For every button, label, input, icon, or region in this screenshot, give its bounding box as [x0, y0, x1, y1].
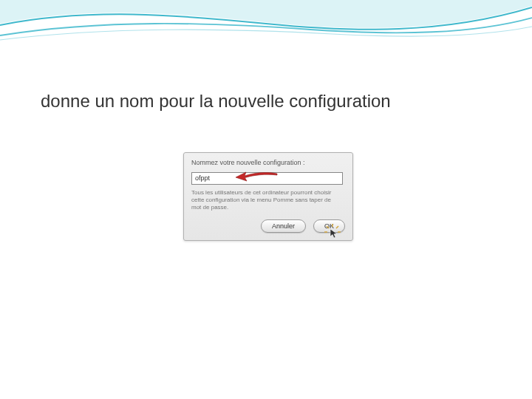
cancel-button[interactable]: Annuler	[261, 219, 306, 233]
configuration-name-input[interactable]	[191, 172, 343, 185]
ok-button[interactable]: OK	[313, 219, 345, 233]
slide-title: donne un nom pour la nouvelle configurat…	[41, 91, 391, 112]
dialog-prompt-label: Nommez votre nouvelle configuration :	[191, 159, 345, 166]
input-row	[191, 170, 345, 185]
dialog-button-row: Annuler OK	[191, 219, 345, 233]
decorative-wave	[0, 0, 532, 52]
dialog-help-text: Tous les utilisateurs de cet ordinateur …	[191, 189, 345, 212]
name-configuration-dialog: Nommez votre nouvelle configuration : To…	[183, 152, 353, 241]
